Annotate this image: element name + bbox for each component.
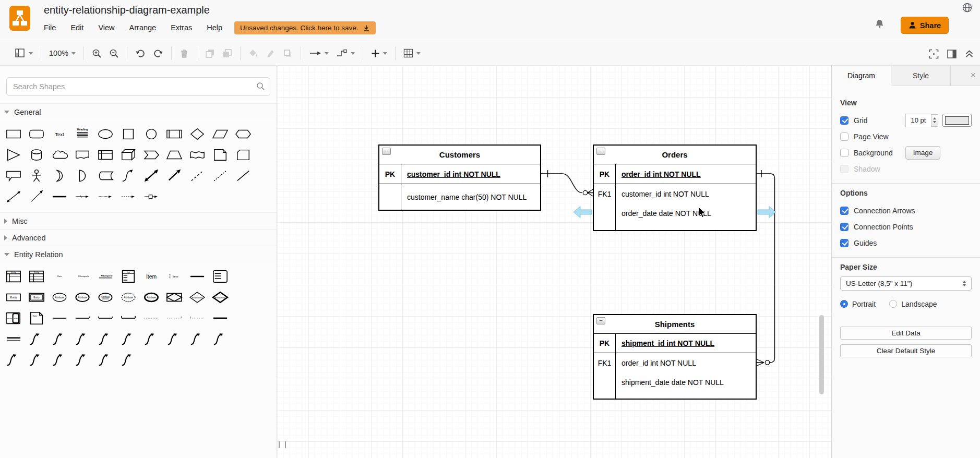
shape-cylinder[interactable] — [25, 144, 48, 165]
paper-size-select[interactable]: US-Letter (8,5" x 11") — [840, 276, 972, 291]
hover-arrow-right[interactable] — [758, 207, 776, 218]
grid-checkbox[interactable] — [840, 116, 848, 125]
search-shapes-input[interactable] — [6, 77, 270, 96]
connection-arrows-checkbox[interactable] — [840, 207, 848, 215]
menu-file[interactable]: File — [44, 23, 56, 32]
view-panels-button[interactable] — [15, 49, 33, 58]
connection-points-checkbox[interactable] — [840, 223, 848, 231]
collapse-toolbar-icon[interactable] — [965, 50, 974, 58]
to-back-button[interactable] — [222, 49, 232, 58]
connector-orders-shipments[interactable] — [757, 170, 775, 366]
shadow-button[interactable] — [283, 49, 293, 58]
section-header-advanced[interactable]: Advanced — [0, 229, 277, 246]
er-row-customer_name[interactable]: customer_name char(50) NOT NULL — [379, 184, 540, 210]
er-value-cell[interactable]: order_date date NOT NULL — [616, 203, 756, 223]
connection-style-button[interactable] — [309, 50, 329, 57]
shape-edge-under[interactable] — [2, 329, 25, 349]
shape-data-storage[interactable] — [94, 165, 117, 186]
shape-two-way-arrow-thin[interactable] — [2, 186, 25, 207]
shape-er-assoc-entity[interactable] — [163, 287, 186, 308]
collapse-minus-icon[interactable]: − — [596, 317, 605, 324]
er-key-cell[interactable] — [594, 203, 616, 223]
collapse-minus-icon[interactable]: − — [382, 148, 391, 155]
shape-er-entity[interactable]: Entity — [2, 287, 25, 308]
shape-scurve[interactable] — [48, 349, 71, 370]
shape-er-item-label[interactable]: Item — [140, 266, 163, 287]
shape-edge-dotted-3[interactable] — [186, 308, 209, 329]
background-image-button[interactable]: Image — [905, 146, 941, 160]
format-panel-toggle-icon[interactable] — [947, 50, 957, 58]
shape-bold-hline[interactable] — [48, 186, 71, 207]
er-row-order_id[interactable]: PKorder_id int NOT NULL — [594, 164, 756, 184]
er-table-customers[interactable]: −CustomersPKcustomer_id int NOT NULLcust… — [378, 144, 541, 211]
shape-dashed-edge-2[interactable] — [117, 186, 140, 207]
fullscreen-icon[interactable] — [929, 49, 939, 59]
shape-step[interactable] — [140, 144, 163, 165]
shape-er-relationship-bold[interactable]: Relationship — [209, 287, 232, 308]
collapse-minus-icon[interactable]: − — [596, 148, 605, 155]
shape-er-table[interactable]: Entity — [2, 266, 25, 287]
shape-actor[interactable] — [25, 165, 48, 186]
er-value-cell[interactable]: order_id int NOT NULL — [616, 164, 756, 184]
er-value-cell[interactable]: customer_name char(50) NOT NULL — [401, 184, 540, 210]
zoom-in-button[interactable] — [92, 49, 102, 58]
er-value-cell[interactable]: customer_id int NOT NULL — [401, 164, 540, 184]
shape-scurve[interactable] — [140, 329, 163, 349]
shape-trapezoid[interactable] — [163, 144, 186, 165]
shape-cube[interactable] — [117, 144, 140, 165]
shape-er-attribute-2[interactable]: Attribute — [71, 287, 94, 308]
er-value-cell[interactable]: shipment_date date NOT NULL — [616, 372, 756, 392]
redo-button[interactable] — [153, 49, 163, 58]
shape-er-hline[interactable] — [186, 266, 209, 287]
shape-bidirectional-arrow[interactable] — [140, 165, 163, 186]
shape-scurve[interactable] — [71, 329, 94, 349]
to-front-button[interactable] — [205, 49, 215, 58]
shape-scurve[interactable] — [94, 329, 117, 349]
shape-rounded-rectangle[interactable] — [25, 124, 48, 144]
er-key-cell[interactable]: FK1 — [594, 353, 616, 372]
er-table-shipments[interactable]: −ShipmentsPKshipment_id int NOT NULLFK1o… — [593, 314, 757, 400]
search-icon[interactable] — [256, 82, 265, 91]
menu-extras[interactable]: Extras — [171, 23, 192, 32]
shape-line[interactable] — [232, 165, 255, 186]
shape-er-entity-attrs[interactable] — [209, 266, 232, 287]
shape-document[interactable] — [71, 144, 94, 165]
portrait-radio[interactable] — [840, 300, 848, 308]
shape-er-note[interactable]: Note — [25, 308, 48, 329]
shape-scurve[interactable] — [186, 329, 209, 349]
shape-er-row[interactable]: Row — [48, 266, 71, 287]
landscape-radio[interactable] — [889, 300, 897, 308]
shape-box-edge[interactable] — [140, 186, 163, 207]
shape-or[interactable] — [48, 165, 71, 186]
shape-scurve[interactable] — [71, 349, 94, 370]
er-value-cell[interactable]: shipment_id int NOT NULL — [616, 334, 756, 353]
shape-er-row-pk[interactable]: PKuniqueId — [71, 266, 94, 287]
shape-dashed-edge-1[interactable] — [94, 186, 117, 207]
background-checkbox[interactable] — [840, 149, 848, 157]
shape-diamond[interactable] — [186, 124, 209, 144]
unsaved-changes-banner[interactable]: Unsaved changes. Click here to save. — [234, 21, 376, 34]
shape-er-attribute[interactable]: Attribute — [48, 287, 71, 308]
shape-er-relationship[interactable]: Relationship — [186, 287, 209, 308]
delete-button[interactable] — [180, 49, 189, 58]
shape-rectangle[interactable] — [2, 124, 25, 144]
shape-internal-storage[interactable] — [94, 144, 117, 165]
shape-edge-ends[interactable] — [94, 308, 117, 329]
edit-data-button[interactable]: Edit Data — [840, 327, 972, 340]
menu-view[interactable]: View — [98, 23, 114, 32]
page-view-checkbox[interactable] — [840, 132, 848, 141]
shape-er-list[interactable]: List — [117, 266, 140, 287]
shape-dotted-line[interactable] — [209, 165, 232, 186]
shape-callout[interactable] — [2, 165, 25, 186]
shape-scurve[interactable] — [117, 349, 140, 370]
shape-scurve[interactable] — [163, 329, 186, 349]
diagram-canvas[interactable]: −CustomersPKcustomer_id int NOT NULLcust… — [277, 66, 831, 458]
section-header-general[interactable]: General — [0, 103, 277, 120]
shape-edge-end[interactable] — [71, 308, 94, 329]
shape-arrow[interactable] — [163, 165, 186, 186]
shape-link-edge[interactable] — [71, 186, 94, 207]
shape-scurve[interactable] — [2, 349, 25, 370]
shape-edge-dotted-2[interactable] — [163, 308, 186, 329]
er-key-cell[interactable]: PK — [594, 334, 616, 353]
guides-checkbox[interactable] — [840, 239, 848, 247]
